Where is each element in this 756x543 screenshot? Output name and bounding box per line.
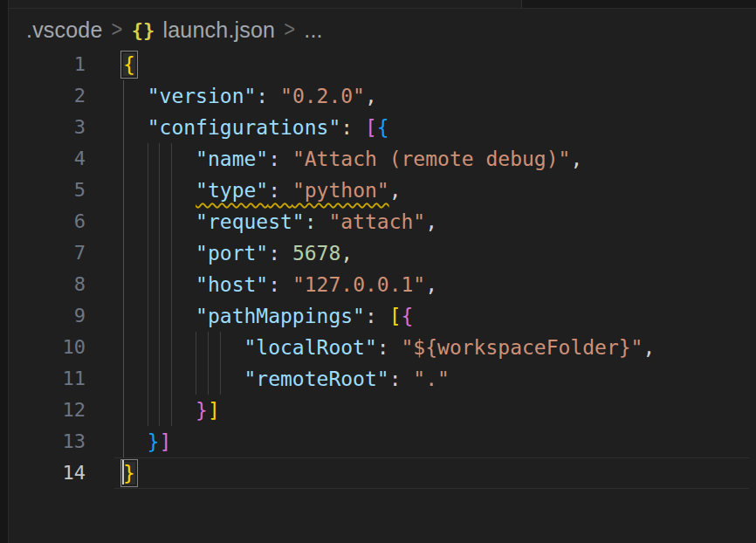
chevron-right-icon: > — [283, 17, 296, 43]
code-line[interactable]: 7 "port": 5678, — [9, 237, 756, 269]
code-token: : — [268, 179, 292, 202]
tab-divider — [521, 0, 522, 8]
code-token: "Attach (remote debug)" — [292, 148, 571, 170]
code-line-text: "name": "Attach (remote debug)", — [123, 143, 582, 175]
code-token: "${workspaceFolder}" — [402, 336, 643, 359]
vscode-editor-window: .vscode > {} launch.json > ... 1{2 "vers… — [0, 0, 756, 543]
code-token: : — [365, 305, 389, 327]
code-line[interactable]: 6 "request": "attach", — [9, 206, 756, 237]
line-number[interactable]: 3 — [9, 112, 86, 143]
code-token: [ — [389, 305, 402, 327]
code-line-text: "host": "127.0.0.1", — [123, 269, 437, 300]
code-token: "0.2.0" — [280, 85, 365, 107]
code-token: , — [389, 179, 402, 202]
code-line[interactable]: 13 }] — [9, 426, 756, 457]
warning-squiggle: "type": "python" — [196, 179, 389, 202]
code-line-text: } — [123, 457, 135, 489]
code-token: : — [256, 85, 280, 107]
code-token: "attach" — [328, 210, 425, 233]
code-token: : — [340, 116, 365, 139]
line-number[interactable]: 14 — [9, 457, 86, 489]
code-line[interactable]: 12 }] — [9, 395, 756, 426]
code-token: , — [340, 242, 353, 265]
code-token: , — [425, 210, 437, 233]
code-token: "name" — [196, 148, 268, 170]
code-token: "host" — [196, 273, 268, 296]
line-number[interactable]: 8 — [9, 269, 86, 300]
code-token: : — [268, 273, 292, 296]
line-number[interactable]: 13 — [9, 426, 86, 457]
code-token: "python" — [292, 179, 389, 202]
code-line-text: "remoteRoot": "." — [123, 363, 450, 395]
code-line[interactable]: 14} — [9, 457, 756, 489]
code-token: "request" — [196, 210, 305, 233]
code-line[interactable]: 5 "type": "python", — [9, 175, 756, 206]
line-number[interactable]: 1 — [9, 49, 86, 80]
line-number[interactable]: 4 — [9, 143, 86, 175]
code-token: : — [389, 368, 414, 390]
code-line-text: "request": "attach", — [123, 206, 437, 237]
code-token: , — [365, 85, 377, 107]
code-token: ] — [160, 430, 172, 453]
code-token: , — [570, 148, 582, 170]
code-token: "type" — [196, 179, 268, 202]
code-token: { — [377, 116, 389, 139]
code-token: "." — [413, 368, 450, 390]
code-line-text: }] — [123, 395, 220, 426]
line-number[interactable]: 5 — [9, 175, 86, 206]
code-line[interactable]: 9 "pathMappings": [{ — [9, 300, 756, 332]
code-editor[interactable]: 1{2 "version": "0.2.0",3 "configurations… — [9, 49, 756, 538]
line-number[interactable]: 6 — [9, 206, 86, 237]
chevron-right-icon: > — [111, 17, 124, 43]
breadcrumb-item-file[interactable]: launch.json — [163, 17, 276, 43]
code-line-text: "localRoot": "${workspaceFolder}", — [123, 332, 655, 363]
code-line[interactable]: 2 "version": "0.2.0", — [9, 80, 756, 112]
bracket-match-token: } — [123, 462, 135, 485]
code-line[interactable]: 3 "configurations": [{ — [9, 112, 756, 143]
code-line[interactable]: 8 "host": "127.0.0.1", — [9, 269, 756, 300]
code-token: "version" — [148, 85, 257, 107]
code-token: "port" — [196, 242, 268, 265]
code-token: : — [268, 148, 292, 170]
code-line[interactable]: 10 "localRoot": "${workspaceFolder}", — [9, 332, 756, 363]
code-token: : — [268, 242, 292, 265]
code-token: "127.0.0.1" — [292, 273, 425, 296]
line-number[interactable]: 11 — [9, 363, 86, 395]
code-token: } — [196, 399, 208, 422]
tab-bar-bottom-edge — [0, 0, 756, 9]
line-number[interactable]: 9 — [9, 300, 86, 332]
code-line-text: { — [123, 49, 135, 80]
code-line-text: "pathMappings": [{ — [123, 300, 413, 332]
active-tab-edge — [9, 0, 521, 8]
code-token: "localRoot" — [244, 336, 376, 359]
code-token: ] — [208, 399, 220, 422]
code-token: : — [305, 210, 329, 233]
breadcrumb-item-symbol[interactable]: ... — [304, 17, 322, 43]
line-number[interactable]: 7 — [9, 237, 86, 269]
code-token: { — [402, 305, 414, 327]
code-token: "pathMappings" — [196, 305, 365, 327]
code-token: "configurations" — [148, 116, 341, 139]
code-token: [ — [365, 116, 377, 139]
breadcrumb-item-folder[interactable]: .vscode — [26, 17, 103, 43]
code-line[interactable]: 1{ — [9, 49, 756, 80]
code-token: 5678 — [292, 242, 340, 265]
bracket-match-token: { — [123, 53, 135, 76]
json-braces-icon: {} — [132, 19, 155, 41]
code-line-text: "type": "python", — [123, 175, 402, 206]
code-line-text: }] — [123, 426, 171, 457]
code-token: , — [425, 273, 437, 296]
code-line[interactable]: 4 "name": "Attach (remote debug)", — [9, 143, 756, 175]
code-line[interactable]: 11 "remoteRoot": "." — [9, 363, 756, 395]
left-edge-strip — [0, 0, 9, 543]
code-token: : — [377, 336, 402, 359]
code-line-text: "port": 5678, — [123, 237, 353, 269]
line-number[interactable]: 12 — [9, 395, 86, 426]
line-number[interactable]: 2 — [9, 80, 86, 112]
line-number[interactable]: 10 — [9, 332, 86, 363]
code-token: "remoteRoot" — [244, 368, 388, 390]
code-line-text: "version": "0.2.0", — [123, 80, 377, 112]
code-token: , — [643, 336, 655, 359]
code-token: } — [148, 430, 160, 453]
code-line-text: "configurations": [{ — [123, 112, 389, 143]
